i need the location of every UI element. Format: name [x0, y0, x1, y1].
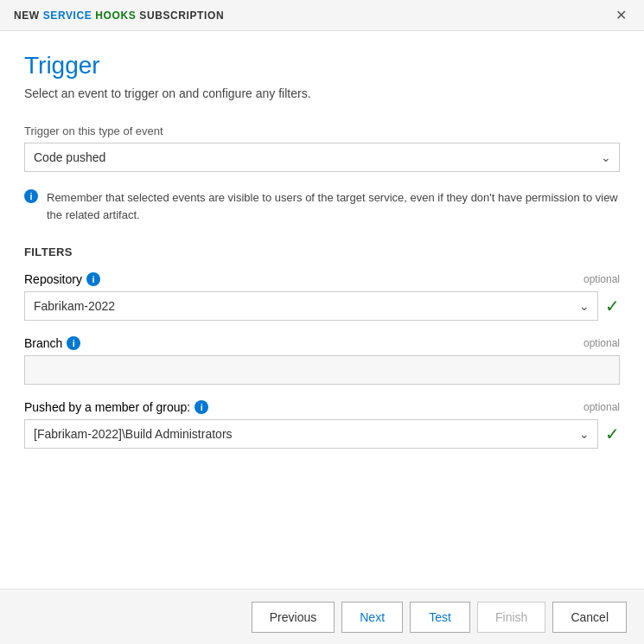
finish-button[interactable]: Finish — [477, 602, 545, 633]
repository-label: Repository — [24, 272, 82, 286]
repository-select-row: Fabrikam-2022 ⌄ ✓ — [24, 291, 620, 321]
repository-select[interactable]: Fabrikam-2022 — [24, 291, 598, 321]
dialog-footer: Previous Next Test Finish Cancel — [0, 589, 644, 644]
previous-button[interactable]: Previous — [252, 602, 335, 633]
page-title: Trigger — [24, 52, 620, 80]
cancel-button[interactable]: Cancel — [552, 602, 627, 633]
branch-field-group: Branch i optional — [24, 336, 620, 385]
branch-optional: optional — [583, 337, 620, 349]
close-button[interactable]: ✕ — [612, 7, 630, 24]
dialog-content: Trigger Select an event to trigger on an… — [0, 31, 644, 589]
repository-check-icon: ✓ — [605, 296, 620, 316]
branch-input[interactable] — [24, 355, 620, 385]
filters-heading: FILTERS — [24, 245, 620, 258]
pushed-by-label: Pushed by a member of group: — [24, 400, 190, 414]
dialog-header: NEW SERVICE HOOKS SUBSCRIPTION ✕ — [0, 0, 644, 31]
pushed-by-info-icon[interactable]: i — [194, 400, 208, 414]
dialog-title: NEW SERVICE HOOKS SUBSCRIPTION — [14, 10, 224, 22]
branch-label-row: Branch i optional — [24, 336, 620, 350]
pushed-by-field-group: Pushed by a member of group: i optional … — [24, 400, 620, 449]
trigger-label: Trigger on this type of event — [24, 124, 620, 137]
pushed-by-check-icon: ✓ — [605, 424, 620, 444]
pushed-by-select[interactable]: [Fabrikam-2022]\Build Administrators — [24, 419, 598, 449]
repository-label-row: Repository i optional — [24, 272, 620, 286]
repository-field-group: Repository i optional Fabrikam-2022 ⌄ ✓ — [24, 272, 620, 321]
dialog: NEW SERVICE HOOKS SUBSCRIPTION ✕ Trigger… — [0, 0, 644, 644]
repository-info-icon[interactable]: i — [86, 272, 100, 286]
branch-label: Branch — [24, 336, 62, 350]
repository-optional: optional — [583, 273, 620, 285]
repository-select-wrapper: Fabrikam-2022 ⌄ — [24, 291, 598, 321]
page-subtitle: Select an event to trigger on and config… — [24, 86, 620, 100]
next-button[interactable]: Next — [341, 602, 403, 633]
pushed-by-label-row: Pushed by a member of group: i optional — [24, 400, 620, 414]
pushed-by-select-wrapper: [Fabrikam-2022]\Build Administrators ⌄ — [24, 419, 598, 449]
trigger-field-group: Trigger on this type of event Code pushe… — [24, 124, 620, 172]
trigger-select[interactable]: Code pushed — [24, 143, 620, 172]
branch-info-icon[interactable]: i — [67, 336, 80, 350]
trigger-select-wrapper: Code pushed ⌄ — [24, 143, 620, 172]
info-message: Remember that selected events are visibl… — [47, 189, 620, 223]
pushed-by-select-row: [Fabrikam-2022]\Build Administrators ⌄ ✓ — [24, 419, 620, 449]
info-box: i Remember that selected events are visi… — [24, 188, 620, 225]
info-icon: i — [24, 189, 38, 203]
test-button[interactable]: Test — [410, 602, 470, 633]
pushed-by-optional: optional — [583, 401, 620, 413]
